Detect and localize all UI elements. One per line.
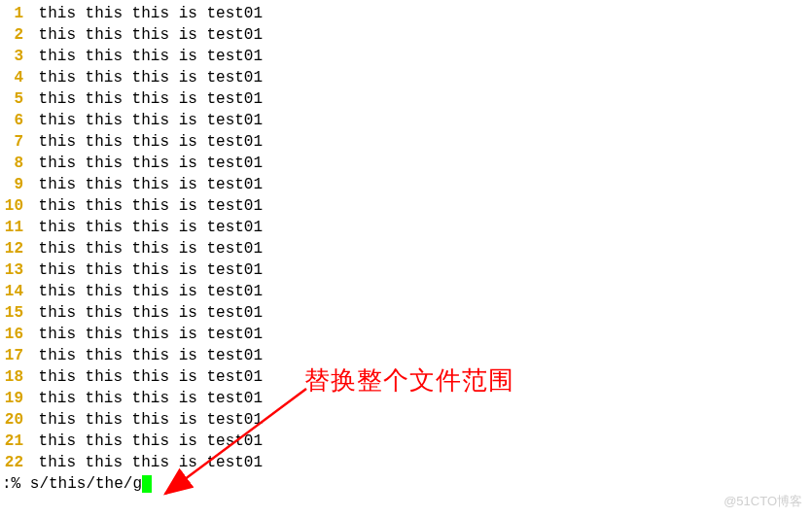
line-text: this this this is test01 <box>29 195 263 217</box>
editor-content[interactable]: 1 this this this is test012 this this th… <box>0 3 812 473</box>
line-number: 1 <box>0 3 29 24</box>
line-text: this this this is test01 <box>29 174 263 195</box>
line-text: this this this is test01 <box>29 345 263 366</box>
editor-line[interactable]: 1 this this this is test01 <box>0 3 812 24</box>
line-text: this this this is test01 <box>29 452 263 473</box>
line-text: this this this is test01 <box>29 388 263 409</box>
command-text: :% s/this/the/g <box>2 473 142 495</box>
editor-line[interactable]: 7 this this this is test01 <box>0 131 812 153</box>
line-number: 21 <box>0 431 29 452</box>
line-number: 15 <box>0 302 29 324</box>
editor-line[interactable]: 15 this this this is test01 <box>0 302 812 324</box>
line-number: 22 <box>0 452 29 473</box>
line-text: this this this is test01 <box>29 409 263 431</box>
editor-line[interactable]: 9 this this this is test01 <box>0 174 812 195</box>
line-number: 4 <box>0 67 29 88</box>
line-number: 2 <box>0 24 29 46</box>
line-text: this this this is test01 <box>29 431 263 452</box>
line-number: 8 <box>0 153 29 174</box>
editor-line[interactable]: 4 this this this is test01 <box>0 67 812 88</box>
line-text: this this this is test01 <box>29 3 263 24</box>
line-text: this this this is test01 <box>29 110 263 131</box>
line-number: 14 <box>0 281 29 302</box>
annotation-label: 替换整个文件范围 <box>304 369 514 391</box>
line-text: this this this is test01 <box>29 24 263 46</box>
vim-command-line[interactable]: :% s/this/the/g <box>0 473 812 495</box>
line-number: 7 <box>0 131 29 153</box>
editor-line[interactable]: 6 this this this is test01 <box>0 110 812 131</box>
editor-line[interactable]: 8 this this this is test01 <box>0 153 812 174</box>
line-number: 9 <box>0 174 29 195</box>
watermark-text: @51CTO博客 <box>724 491 802 512</box>
line-number: 10 <box>0 195 29 217</box>
line-number: 11 <box>0 217 29 238</box>
line-text: this this this is test01 <box>29 302 263 324</box>
editor-line[interactable]: 22 this this this is test01 <box>0 452 812 473</box>
line-text: this this this is test01 <box>29 67 263 88</box>
line-text: this this this is test01 <box>29 366 263 388</box>
line-number: 12 <box>0 238 29 259</box>
editor-line[interactable]: 5 this this this is test01 <box>0 88 812 110</box>
cursor-icon <box>142 475 152 493</box>
line-number: 3 <box>0 46 29 67</box>
editor-line[interactable]: 20 this this this is test01 <box>0 409 812 431</box>
editor-line[interactable]: 2 this this this is test01 <box>0 24 812 46</box>
line-text: this this this is test01 <box>29 131 263 153</box>
line-text: this this this is test01 <box>29 46 263 67</box>
line-number: 19 <box>0 388 29 409</box>
line-text: this this this is test01 <box>29 153 263 174</box>
line-number: 13 <box>0 259 29 281</box>
editor-line[interactable]: 3 this this this is test01 <box>0 46 812 67</box>
editor-line[interactable]: 16 this this this is test01 <box>0 324 812 345</box>
line-number: 5 <box>0 88 29 110</box>
line-number: 17 <box>0 345 29 366</box>
line-text: this this this is test01 <box>29 259 263 281</box>
line-text: this this this is test01 <box>29 238 263 259</box>
editor-line[interactable]: 14 this this this is test01 <box>0 281 812 302</box>
line-number: 18 <box>0 366 29 388</box>
editor-line[interactable]: 12 this this this is test01 <box>0 238 812 259</box>
line-text: this this this is test01 <box>29 88 263 110</box>
editor-line[interactable]: 17 this this this is test01 <box>0 345 812 366</box>
line-number: 6 <box>0 110 29 131</box>
line-text: this this this is test01 <box>29 217 263 238</box>
editor-line[interactable]: 21 this this this is test01 <box>0 431 812 452</box>
line-text: this this this is test01 <box>29 281 263 302</box>
line-number: 16 <box>0 324 29 345</box>
line-text: this this this is test01 <box>29 324 263 345</box>
editor-line[interactable]: 11 this this this is test01 <box>0 217 812 238</box>
line-number: 20 <box>0 409 29 431</box>
editor-line[interactable]: 10 this this this is test01 <box>0 195 812 217</box>
editor-line[interactable]: 13 this this this is test01 <box>0 259 812 281</box>
